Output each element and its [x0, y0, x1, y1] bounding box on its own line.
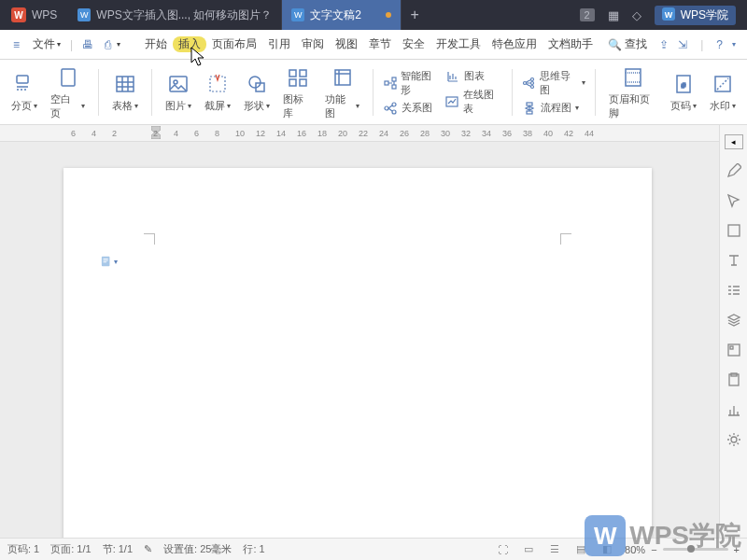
flowchart-button[interactable]: 流程图▾	[522, 101, 585, 116]
page-number-button[interactable]: # 页码▾	[667, 69, 700, 115]
shape-tool-icon[interactable]	[726, 222, 742, 239]
search-button[interactable]: 🔍 查找	[608, 36, 647, 52]
svg-rect-29	[527, 111, 532, 114]
paging-label: 分页	[11, 99, 32, 113]
smart-graphic-icon	[383, 76, 397, 91]
clipboard-icon[interactable]	[726, 371, 742, 388]
header-footer-icon	[620, 64, 646, 91]
tab-start[interactable]: 开始	[139, 36, 173, 52]
svg-point-8	[174, 80, 177, 84]
ribbon: 分页▾ 空白页▾ 表格▾ 图片▾ 截屏▾ 形状▾ 图标库 功能图▾ 智能图形	[0, 60, 747, 125]
watermark-button[interactable]: 水印▾	[706, 69, 740, 115]
smart-tag-button[interactable]: ▾	[101, 254, 118, 269]
mindmap-button[interactable]: 思维导图▾	[522, 69, 585, 97]
tab-features[interactable]: 特色应用	[486, 36, 543, 52]
caret-icon: ▾	[266, 102, 270, 110]
hamburger-icon[interactable]: ≡	[6, 38, 27, 51]
table-button[interactable]: 表格▾	[108, 69, 142, 115]
settings-icon[interactable]	[726, 431, 742, 448]
picture-button[interactable]: 图片▾	[162, 69, 195, 115]
page-code[interactable]: 页码: 1	[7, 542, 39, 556]
picture-icon	[165, 71, 191, 97]
divider	[151, 69, 152, 116]
qat-more-icon[interactable]: ▾	[117, 40, 120, 49]
doc-icon: W	[78, 8, 91, 21]
function-chart-button[interactable]: 功能图▾	[321, 63, 363, 122]
smart-graphic-button[interactable]: 智能图形	[383, 69, 440, 97]
header-footer-button[interactable]: 页眉和页脚	[605, 63, 661, 122]
help-caret-icon: ▾	[732, 40, 736, 49]
svg-point-20	[385, 106, 388, 110]
edit-icon[interactable]	[726, 162, 742, 179]
reading-icon[interactable]: ☰	[546, 542, 563, 557]
panel-collapse-icon[interactable]: ◂	[725, 134, 743, 149]
svg-rect-17	[385, 81, 388, 85]
file-menu[interactable]: 文件 ▾	[27, 36, 66, 52]
ruler[interactable]: 6422468101214161820222426283032343638404…	[0, 125, 747, 142]
paging-button[interactable]: 分页▾	[7, 69, 41, 115]
fullscreen-icon[interactable]: ⛶	[494, 542, 511, 557]
chart-button[interactable]: 图表	[445, 69, 502, 84]
window-count-badge[interactable]: 2	[580, 8, 595, 21]
online-chart-button[interactable]: 在线图表	[445, 88, 502, 116]
shape-button[interactable]: 形状▾	[240, 69, 274, 115]
print-layout-icon[interactable]: ▭	[520, 542, 537, 557]
function-chart-label: 功能图	[325, 92, 354, 120]
tab-doc-1[interactable]: W WPS文字插入图..., 如何移动图片？	[68, 0, 282, 30]
chart-stack-2: 图表 在线图表	[445, 69, 502, 116]
qat-save-icon[interactable]: 🖶	[77, 38, 99, 51]
grid-icon[interactable]: ▦	[608, 8, 619, 22]
new-tab-button[interactable]: +	[402, 7, 428, 23]
svg-rect-15	[300, 79, 306, 86]
page-indicator[interactable]: 页面: 1/1	[50, 542, 91, 556]
layers-icon[interactable]	[726, 312, 742, 329]
tab-1-label: WPS文字插入图..., 如何移动图片？	[96, 7, 272, 23]
text-icon[interactable]	[726, 252, 742, 269]
svg-point-25	[531, 77, 534, 80]
relation-button[interactable]: 关系图	[383, 101, 440, 116]
export-icon[interactable]: ⇲	[678, 38, 687, 51]
tab-doc-2[interactable]: W 文字文稿2	[282, 0, 402, 30]
watermark-label: 水印	[710, 99, 730, 113]
tab-security[interactable]: 安全	[397, 36, 430, 52]
tab-references[interactable]: 引用	[262, 36, 296, 52]
setting-value[interactable]: 设置值: 25毫米	[163, 542, 232, 556]
help-icon[interactable]: ?	[716, 38, 723, 51]
tab-developer[interactable]: 开发工具	[430, 36, 486, 52]
tab-review[interactable]: 审阅	[296, 36, 330, 52]
tab-assistant[interactable]: 文档助手	[543, 36, 599, 52]
share-icon[interactable]: ⇪	[659, 38, 669, 51]
table-icon	[112, 71, 138, 97]
stats-icon[interactable]	[726, 401, 742, 418]
relation-label: 关系图	[402, 101, 432, 115]
app-brand[interactable]: W WPS	[0, 7, 68, 22]
page-number-label: 页码	[670, 99, 691, 113]
icon-lib-button[interactable]: 图标库	[279, 63, 316, 122]
function-chart-icon	[330, 64, 356, 91]
svg-rect-19	[392, 85, 396, 89]
nav-icon[interactable]	[726, 342, 742, 358]
svg-rect-16	[335, 70, 350, 85]
pointer-icon[interactable]	[726, 192, 742, 209]
caret-icon: ▾	[693, 102, 697, 110]
wps-academy-button[interactable]: W WPS学院	[655, 6, 736, 25]
svg-text:#: #	[682, 81, 686, 90]
page[interactable]: ▾	[63, 168, 652, 538]
divider	[98, 69, 99, 116]
tab-layout[interactable]: 页面布局	[206, 36, 262, 52]
caret-icon: ▾	[356, 102, 359, 110]
notification-icon[interactable]: ◇	[632, 8, 641, 22]
qat-preview-icon[interactable]: ⎙	[99, 38, 117, 51]
tab-insert[interactable]: 插入	[173, 36, 206, 52]
document-area[interactable]: ▾	[0, 142, 719, 538]
tab-view[interactable]: 视图	[330, 36, 363, 52]
blank-page-button[interactable]: 空白页▾	[47, 63, 89, 122]
section-indicator[interactable]: 节: 1/1	[103, 542, 133, 556]
screenshot-button[interactable]: 截屏▾	[201, 69, 234, 115]
svg-point-24	[524, 81, 527, 84]
row-indicator[interactable]: 行: 1	[243, 542, 264, 556]
tab-section[interactable]: 章节	[363, 36, 397, 52]
watermark-logo-icon: W	[585, 515, 626, 556]
edit-mode-icon[interactable]: ✎	[144, 543, 152, 555]
style-icon[interactable]	[726, 282, 742, 299]
